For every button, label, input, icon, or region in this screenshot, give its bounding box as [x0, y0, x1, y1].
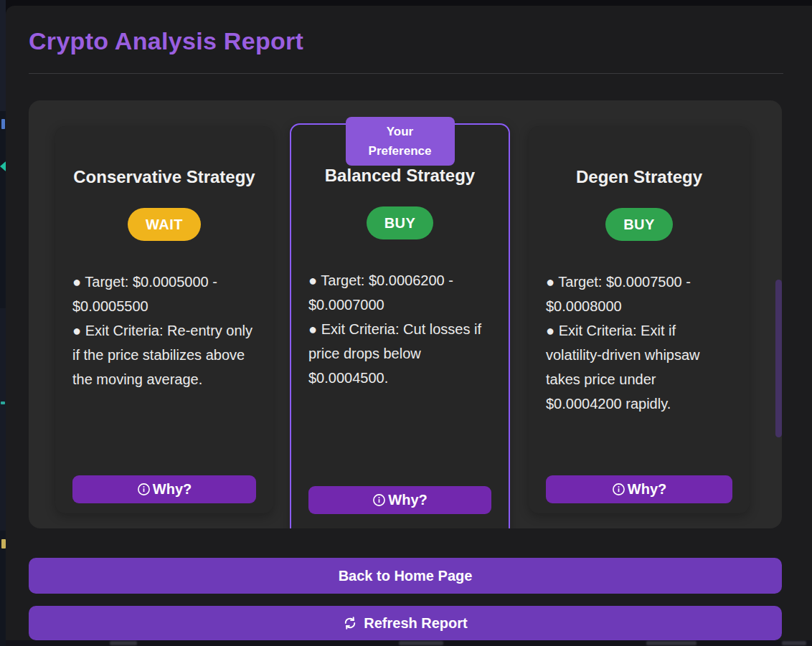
background-segment [0, 308, 6, 531]
strategy-details: ● Target: $0.0006200 - $0.0007000 ● Exit… [291, 268, 509, 390]
back-to-home-button[interactable]: Back to Home Page [29, 558, 782, 594]
exit-criteria-bullet: ● Exit Criteria: Cut losses if price dro… [308, 317, 491, 390]
background-segment [0, 0, 6, 111]
info-circle-icon [137, 483, 151, 496]
target-bullet: ● Target: $0.0005000 - $0.0005500 [72, 270, 256, 318]
strategy-card-balanced: Your Preference Balanced Strategy BUY ● … [290, 123, 510, 528]
info-circle-icon [372, 493, 386, 507]
signal-badge-buy: BUY [605, 208, 673, 241]
background-text-fragment [399, 641, 443, 645]
strategy-title: Conservative Strategy [59, 162, 269, 192]
strategy-card-conservative: Conservative Strategy WAIT ● Target: $0.… [55, 126, 273, 513]
info-circle-icon [612, 483, 625, 496]
why-button-label: Why? [153, 481, 192, 498]
why-button[interactable]: Why? [72, 475, 256, 503]
exit-criteria-bullet: ● Exit Criteria: Re-entry only if the pr… [72, 318, 256, 391]
refresh-button-label: Refresh Report [364, 615, 467, 632]
exit-criteria-bullet: ● Exit Criteria: Exit if volatility-driv… [546, 318, 732, 416]
target-bullet: ● Target: $0.0006200 - $0.0007000 [308, 268, 491, 317]
background-text-fragment [1, 119, 5, 129]
crypto-report-modal: Crypto Analysis Report Conservative Stra… [6, 6, 812, 640]
page-title: Crypto Analysis Report [29, 27, 303, 55]
title-divider [29, 73, 783, 74]
refresh-report-button[interactable]: Refresh Report [29, 606, 782, 640]
background-page-sliver [0, 0, 6, 646]
why-button[interactable]: Why? [308, 486, 491, 514]
why-button[interactable]: Why? [546, 475, 732, 503]
background-page-bottom-strip [6, 640, 812, 646]
panel-scrollbar-thumb[interactable] [775, 280, 782, 437]
target-bullet: ● Target: $0.0007500 - $0.0008000 [546, 270, 732, 318]
background-text-fragment [782, 641, 806, 645]
why-button-label: Why? [388, 492, 427, 508]
why-button-label: Why? [628, 481, 666, 498]
back-button-label: Back to Home Page [339, 568, 473, 584]
strategy-details: ● Target: $0.0005000 - $0.0005500 ● Exit… [55, 270, 273, 391]
background-text-fragment [646, 641, 697, 645]
strategy-title: Degen Strategy [562, 162, 717, 192]
refresh-icon [343, 616, 357, 630]
background-text-fragment [1, 402, 5, 404]
background-text-fragment [110, 641, 137, 645]
strategy-details: ● Target: $0.0007500 - $0.0008000 ● Exit… [529, 270, 750, 416]
your-preference-badge: Your Preference [346, 117, 455, 166]
signal-badge-buy: BUY [367, 206, 434, 239]
strategies-panel: Conservative Strategy WAIT ● Target: $0.… [29, 100, 782, 528]
strategy-card-degen: Degen Strategy BUY ● Target: $0.0007500 … [529, 126, 750, 513]
background-arrow-fragment [0, 161, 6, 171]
signal-badge-wait: WAIT [128, 208, 201, 241]
